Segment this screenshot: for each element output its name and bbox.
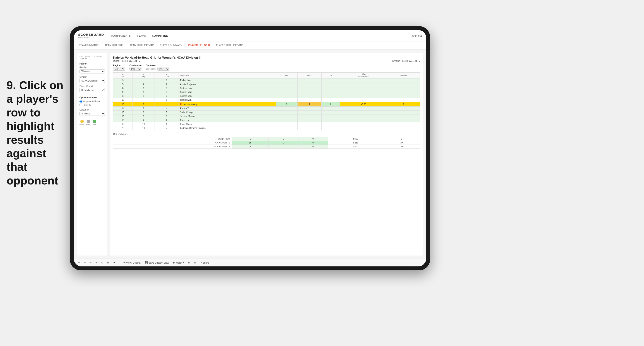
conference-filter-group: Conference (All) (130, 64, 142, 71)
top-nav: SCOREBOARD Powered by clippd TOURNAMENTS… (74, 30, 426, 41)
eye-icon: 👁 (123, 261, 126, 264)
legend-down-label: Down (80, 124, 84, 126)
tab-player-summary[interactable]: PLAYER SUMMARY (159, 41, 183, 49)
colour-by-section: Colour by Win/loss (80, 109, 105, 118)
tab-team-h2h-heatmap[interactable]: TEAM H2H HEATMAP (129, 41, 155, 49)
col-opponent: Opponent (178, 73, 276, 78)
h2h-grid-table: #Div #Reg #Conf Opponent Win Loss Tie Di… (113, 72, 420, 130)
col-div: #Div (113, 73, 133, 78)
last-updated: Last Updated: 27/03/2024 16:55:38 (80, 55, 105, 60)
save-custom-button[interactable]: 💾 Save Custom View (144, 261, 170, 264)
logo-title: SCOREBOARD (78, 33, 104, 36)
col-rounds: Rounds (387, 73, 420, 78)
top-100-radio[interactable]: Top 100 (80, 104, 105, 106)
undo-button[interactable]: ↩ (77, 261, 80, 264)
sub-nav: TEAM SUMMARY TEAM H2H GRID TEAM H2H HEAT… (74, 41, 426, 50)
out-of-division-section: Out of division Foreign Team 1 0 0 4.500… (113, 133, 420, 149)
opponent-view: Opponent view Opponents Played Top 100 (80, 96, 105, 106)
out-of-division-table: Foreign Team 1 0 0 4.500 2 NAIA Division… (113, 137, 420, 149)
grid-title: Katelyn Vo Head-to-Head Grid for Women's… (113, 56, 420, 59)
watch-button[interactable]: ◉ Watch ▾ (172, 261, 185, 264)
table-row[interactable]: 914 Sharon Mun (113, 90, 420, 94)
player-rank-label: Player (Rank) (80, 85, 105, 87)
nav-tournaments[interactable]: TOURNAMENTS (110, 33, 130, 38)
table-row[interactable]: 19106 Emily Chang (113, 122, 420, 126)
redo-right-button[interactable]: ↪ (89, 261, 92, 264)
col-conf: #Conf (155, 73, 179, 78)
colour-by-select[interactable]: Win/loss (80, 112, 105, 116)
overall-record: Overall Record: 353 - 34 - 6 (113, 60, 140, 62)
division-select[interactable]: NCAA Division III (80, 79, 105, 83)
annotation-block: 9. Click on a player's row to highlight … (6, 78, 68, 187)
layout-button[interactable]: ⊞ (187, 261, 191, 264)
table-row[interactable]: 613 Sydney Kuo (113, 86, 420, 90)
record-row: Overall Record: 353 - 34 - 6 Division Re… (113, 60, 420, 62)
save-icon: 💾 (145, 261, 148, 264)
region-select[interactable]: (All) (113, 67, 125, 71)
table-row[interactable]: 1691 Jessica Mason (113, 115, 420, 118)
opponent-filter-group: Opponent Opponents: (All) (146, 64, 170, 71)
view-original-button[interactable]: 👁 View: Original (122, 261, 142, 264)
toolbar-sep (119, 261, 119, 265)
tab-player-h2h-grid[interactable]: PLAYER H2H GRID (188, 41, 211, 49)
conference-select[interactable]: (All) (130, 67, 142, 71)
tab-team-summary[interactable]: TEAM SUMMARY (78, 41, 100, 49)
col-tie: Tie (321, 73, 340, 78)
tab-team-h2h-grid[interactable]: TEAM H2H GRID (104, 41, 124, 49)
watch-icon: ◉ (173, 261, 175, 264)
division-record: Division Record: 331 - 34 - 6 (392, 60, 420, 62)
tablet-frame: SCOREBOARD Powered by clippd TOURNAMENTS… (70, 26, 430, 270)
out-row[interactable]: NCAA Division 2 5 0 0 7.400 10 (113, 145, 420, 149)
player-rank-select[interactable]: 8. Katelyn Vo (80, 88, 105, 92)
col-reg: #Reg (133, 73, 155, 78)
legend-down-dot (80, 120, 84, 123)
table-row[interactable]: 1585 Stella Cheng (113, 111, 420, 115)
right-panel: Katelyn Vo Head-to-Head Grid for Women's… (110, 53, 423, 256)
out-row[interactable]: NAIA Division 1 15 0 0 9.267 30 (113, 141, 420, 145)
table-row[interactable]: 131 Heejo Hyun (113, 98, 420, 102)
share-button[interactable]: ↗ Share (199, 261, 210, 264)
opponents-played-radio[interactable]: Opponents Played (80, 100, 105, 103)
logo: SCOREBOARD Powered by clippd (78, 33, 104, 39)
filter-row: Region (All) Conference (All) (113, 64, 420, 71)
copy-button[interactable]: ⊡ (100, 261, 104, 264)
region-filter-group: Region (All) (113, 64, 125, 71)
grid-button[interactable]: ⊟ (193, 261, 197, 264)
colour-by-label: Colour by (80, 109, 105, 111)
table-row[interactable]: 20117 Federica Domecq Lacroze (113, 126, 420, 130)
legend-up-label: Up (93, 124, 96, 126)
tab-player-h2h-heatmap[interactable]: PLAYER H2H HEATMAP (215, 41, 244, 49)
player-section-title: Player (80, 62, 105, 65)
opponent-view-title: Opponent view (80, 96, 105, 99)
nav-teams[interactable]: TEAMS (137, 33, 146, 38)
table-row[interactable]: 522 Alexis Sudjianto (113, 82, 420, 86)
legend-level-dot (87, 120, 90, 123)
nav-committee[interactable]: COMMITTEE (152, 33, 168, 38)
legend-level-label: Level (86, 124, 91, 126)
gender-select[interactable]: Women's (80, 69, 105, 73)
col-diff: Diff AvStrokes/Rnd (340, 73, 387, 78)
bottom-toolbar: ↩ ↩ ↪ ✂ ⊡ ⊞ ⟳ 👁 View: Original 💾 Save Cu… (74, 259, 426, 266)
selected-row[interactable]: 131 Jessica Huang 0 1 0 -3.00 2 (113, 102, 420, 107)
out-row[interactable]: Foreign Team 1 0 0 4.500 2 (113, 137, 420, 141)
table-row[interactable]: 1063 Andrea York (113, 94, 420, 98)
table-row[interactable]: 1474 Eunice Yi (113, 107, 420, 111)
redo-left-button[interactable]: ↩ (83, 261, 86, 264)
gender-label: Gender (80, 66, 105, 69)
legend: Down Level Up (80, 120, 105, 126)
legend-up-dot (93, 120, 96, 123)
col-win: Win (276, 73, 298, 78)
logo-sub: Powered by clippd (78, 36, 104, 39)
division-label: Division (80, 76, 105, 78)
refresh-button[interactable]: ⟳ (112, 261, 116, 264)
col-loss: Loss (297, 73, 321, 78)
cut-button[interactable]: ✂ (94, 261, 98, 264)
table-row[interactable]: 1822 Euna Lee (113, 118, 420, 122)
sign-out-button[interactable]: | Sign out (411, 34, 422, 37)
left-panel: Last Updated: 27/03/2024 16:55:38 Player… (77, 53, 108, 256)
table-row[interactable]: 31 Esther Lee (113, 78, 420, 82)
opponents-select[interactable]: (All) (158, 67, 170, 71)
main-content: Last Updated: 27/03/2024 16:55:38 Player… (74, 50, 426, 259)
share-icon: ↗ (200, 261, 202, 264)
paste-button[interactable]: ⊞ (106, 261, 110, 264)
